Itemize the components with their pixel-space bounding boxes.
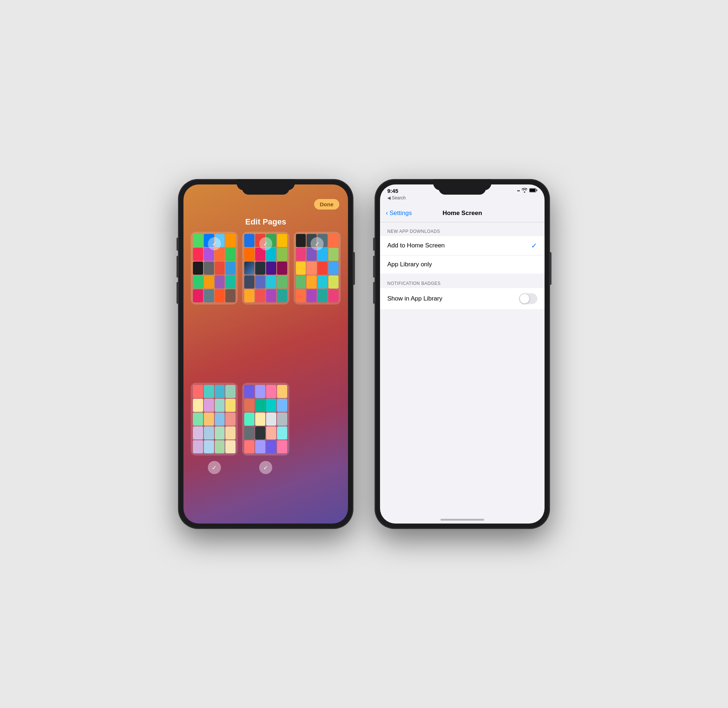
battery-icon — [529, 188, 537, 194]
power-button[interactable] — [353, 252, 355, 285]
settings-group-downloads: Add to Home Screen ✓ App Library only — [380, 236, 545, 274]
status-icons: •• — [517, 188, 537, 194]
back-chevron-icon: ‹ — [386, 209, 388, 217]
check-circle-4[interactable]: ✓ — [208, 461, 221, 474]
page-empty-slot — [294, 383, 341, 456]
mute-button[interactable] — [177, 238, 178, 251]
right-phone-screen: 9:45 •• — [380, 184, 545, 524]
back-button[interactable]: ‹ Settings — [386, 209, 412, 217]
edit-pages-screen: Done Edit Pages — [183, 184, 348, 524]
add-to-home-screen-checkmark: ✓ — [531, 241, 537, 250]
done-button[interactable]: Done — [314, 199, 340, 210]
phones-container: Done Edit Pages — [178, 179, 550, 529]
nav-title: Home Screen — [443, 210, 482, 217]
page-title: Edit Pages — [246, 217, 286, 227]
svg-rect-2 — [536, 190, 537, 191]
svg-rect-1 — [530, 189, 535, 192]
volume-down-button[interactable] — [177, 282, 178, 304]
nav-bar: ‹ Settings Home Screen — [380, 204, 545, 222]
check-row-top: ✓ ✓ ✓ — [191, 237, 341, 250]
right-phone: 9:45 •• — [375, 179, 550, 529]
check-circle-3[interactable]: ✓ — [311, 237, 324, 250]
right-notch — [439, 184, 486, 194]
show-in-app-library-row[interactable]: Show in App Library — [380, 288, 545, 309]
settings-screen: 9:45 •• — [380, 184, 545, 524]
pages-grid-bottom — [191, 383, 341, 456]
right-volume-up-button[interactable] — [373, 256, 375, 278]
left-phone: Done Edit Pages — [178, 179, 353, 529]
check-circle-5[interactable]: ✓ — [259, 461, 272, 474]
right-mute-button[interactable] — [373, 238, 375, 251]
app-library-only-label: App Library only — [387, 261, 432, 268]
add-to-home-screen-label: Add to Home Screen — [387, 242, 445, 249]
volume-up-button[interactable] — [177, 256, 178, 278]
check-row-bottom: ✓ ✓ — [191, 461, 341, 474]
settings-group-badges: Show in App Library — [380, 288, 545, 309]
show-in-app-library-toggle[interactable] — [519, 293, 537, 304]
page-thumb-4[interactable] — [191, 383, 238, 456]
status-time: 9:45 — [387, 188, 398, 194]
back-label[interactable]: Settings — [389, 210, 412, 217]
settings-content: NEW APP DOWNLOADS Add to Home Screen ✓ A… — [380, 222, 545, 524]
page-thumb-5[interactable] — [242, 383, 289, 456]
signal-dots-icon: •• — [517, 189, 520, 193]
show-in-app-library-label: Show in App Library — [387, 295, 442, 302]
home-indicator[interactable] — [440, 519, 484, 521]
search-back-label: ◀ Search — [387, 195, 405, 200]
right-power-button[interactable] — [550, 252, 551, 285]
check-circle-2[interactable]: ✓ — [259, 237, 272, 250]
left-phone-screen: Done Edit Pages — [183, 184, 348, 524]
section-header-downloads: NEW APP DOWNLOADS — [380, 222, 545, 236]
right-volume-down-button[interactable] — [373, 282, 375, 304]
section-header-badges: NOTIFICATION BADGES — [380, 274, 545, 288]
toggle-knob — [520, 294, 529, 303]
wifi-icon — [522, 188, 527, 194]
app-library-only-row[interactable]: App Library only — [380, 255, 545, 274]
check-circle-1[interactable]: ✓ — [208, 237, 221, 250]
notch — [242, 184, 289, 194]
add-to-home-screen-row[interactable]: Add to Home Screen ✓ — [380, 236, 545, 255]
